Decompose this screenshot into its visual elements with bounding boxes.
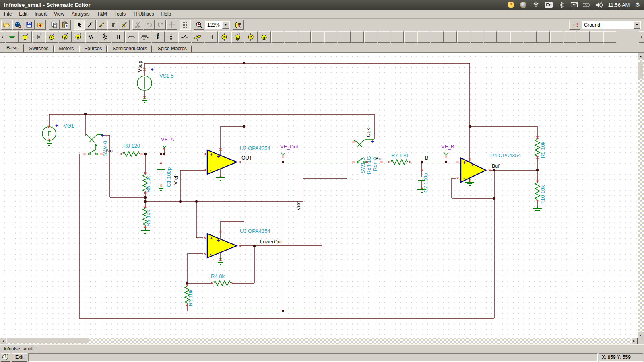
zoom-select-arrow-icon[interactable]: ▼ <box>222 21 229 29</box>
schematic-canvas[interactable]: ++++++-++-++-VS1 5VG1R8 120R5 10kR6 10kC… <box>0 52 644 338</box>
schematic-svg[interactable]: ++++++-++-++-VS1 5VG1R8 120R5 10kR6 10kC… <box>0 53 638 338</box>
palette-is-icon[interactable]: IS <box>245 31 258 43</box>
palette-inductor-core-icon[interactable] <box>138 31 151 43</box>
schematic-label[interactable]: Ain <box>105 148 113 154</box>
schematic-label[interactable]: Buf <box>492 163 500 169</box>
schematic-label[interactable]: VG1 <box>64 123 74 129</box>
scroll-down-icon[interactable]: ▼ <box>638 332 644 338</box>
component-R4[interactable] <box>214 281 231 286</box>
horizontal-scroll-thumb[interactable] <box>6 338 89 343</box>
paste-button[interactable] <box>60 20 71 30</box>
mail-icon[interactable] <box>570 1 578 8</box>
schematic-label[interactable]: U4 OPA4354 <box>490 152 521 158</box>
schematic-label[interactable]: VF_Out <box>280 144 298 150</box>
component-SW4[interactable]: + <box>86 132 104 155</box>
schematic-label[interactable]: R10 10k <box>540 185 546 205</box>
menu-help[interactable]: Help <box>158 10 175 18</box>
cursor-tool-button[interactable] <box>74 20 85 30</box>
tab-meters[interactable]: Meters <box>54 45 79 52</box>
component-U2[interactable]: ++- <box>207 150 237 174</box>
palette-ground-icon[interactable] <box>6 31 19 43</box>
component-R7[interactable] <box>391 160 408 165</box>
schematic-label[interactable]: C2 100p <box>423 173 429 193</box>
tab-sources[interactable]: Sources <box>79 45 107 52</box>
component-values-button[interactable]: 1K <box>233 20 244 30</box>
palette-voltage-source-icon[interactable]: + <box>19 31 32 43</box>
palette-is-plus-icon[interactable]: IS+ <box>258 31 271 43</box>
schematic-label[interactable]: VF_A <box>161 136 174 142</box>
schematic-label[interactable]: R3 10k <box>188 289 194 306</box>
menu-file[interactable]: File <box>2 10 15 18</box>
scroll-up-icon[interactable]: ▲ <box>638 53 644 59</box>
document-tab-infnoise-small[interactable]: infnoise_small <box>0 345 37 352</box>
palette-ic-icon[interactable]: IC <box>218 31 231 43</box>
clock[interactable]: 11:56 AM <box>608 2 630 8</box>
palette-inductor-icon[interactable] <box>125 31 138 43</box>
menu-tools[interactable]: Tools <box>111 10 129 18</box>
session-gear-icon[interactable]: ⚙ <box>635 2 640 8</box>
open-file-button[interactable] <box>1 20 12 30</box>
component-R10[interactable] <box>535 183 540 200</box>
schematic-label[interactable]: OUT <box>242 155 252 161</box>
palette-voltage-generator-icon[interactable]: + <box>45 31 58 43</box>
menu-view[interactable]: View <box>50 10 68 18</box>
schematic-label[interactable]: B <box>425 155 428 161</box>
ground-symbol[interactable] <box>533 206 542 212</box>
tab-switches[interactable]: Switches <box>25 45 54 52</box>
schematic-label[interactable]: R9 10k <box>540 141 546 158</box>
open-folder-button[interactable] <box>35 20 46 30</box>
ground-symbol[interactable] <box>141 228 150 234</box>
schematic-label[interactable]: Vref <box>173 175 179 185</box>
schematic-label[interactable]: Vsup <box>137 60 143 72</box>
horizontal-scrollbar[interactable]: ◀ ▶ <box>0 338 644 344</box>
wifi-icon[interactable] <box>532 1 539 8</box>
zoom-level-select[interactable]: 123% ▼ <box>205 21 230 29</box>
schematic-label[interactable]: R4 8k <box>211 273 225 279</box>
menu-ti-utilities[interactable]: TI Utilities <box>129 10 158 18</box>
wire-edit-tool-button[interactable] <box>119 20 130 30</box>
component-R9[interactable] <box>535 139 540 156</box>
palette-battery-icon[interactable]: + <box>32 31 45 43</box>
io-state-button[interactable]: ☞ <box>569 20 580 30</box>
component-C1[interactable] <box>157 170 165 173</box>
menu-t-m[interactable]: T&M <box>93 10 111 18</box>
ground-select-arrow-icon[interactable]: ▼ <box>634 21 640 29</box>
vertical-scrollbar[interactable]: ▲ ▼ <box>638 53 644 338</box>
pencil-tool-button[interactable] <box>96 20 107 30</box>
keyboard-layout-indicator[interactable]: En <box>545 2 553 8</box>
tab-spice-macros[interactable]: Spice Macros <box>153 45 192 52</box>
exit-button[interactable]: Exit <box>12 353 27 362</box>
ground-node-select[interactable]: Ground ▼ <box>582 21 641 29</box>
text-tool-button[interactable]: T <box>107 20 118 30</box>
scroll-left-icon[interactable]: ◀ <box>0 338 6 344</box>
bluetooth-icon[interactable] <box>558 1 565 8</box>
search-library-button[interactable] <box>12 20 23 30</box>
palette-voltmeter-icon[interactable]: V+ <box>59 31 72 43</box>
component-pin-tool-button[interactable] <box>85 20 96 30</box>
schematic-label[interactable]: VS1 5 <box>159 73 173 79</box>
schematic-label[interactable]: Bin <box>375 156 382 162</box>
schematic-label[interactable]: U3 OPA4354 <box>240 228 270 234</box>
schematic-label[interactable]: R5 10k <box>145 176 151 193</box>
schematic-label[interactable]: U2 OPA4354 <box>240 145 270 151</box>
schematic-label[interactable]: R8 120 <box>123 143 140 149</box>
palette-potentiometer-icon[interactable] <box>99 31 111 43</box>
palette-switch-icon[interactable] <box>178 31 191 43</box>
component-VG1[interactable]: + <box>42 123 58 140</box>
palette-controlled-switch-icon[interactable] <box>192 31 204 43</box>
grid-toggle-button[interactable] <box>180 20 191 30</box>
tab-semiconductors[interactable]: Semiconductors <box>107 45 152 52</box>
schematic-label[interactable]: CLK <box>366 127 372 137</box>
palette-ammeter-icon[interactable]: A+ <box>72 31 85 43</box>
palette-terminator-icon[interactable] <box>205 31 218 43</box>
tm-mode-button[interactable] <box>1 353 10 362</box>
schematic-label[interactable]: VF_B <box>441 144 454 150</box>
tab-basic[interactable]: Basic <box>2 43 24 52</box>
palette-transformer-icon[interactable]: M <box>152 31 165 43</box>
messaging-indicator-icon[interactable] <box>507 1 514 8</box>
menu-edit[interactable]: Edit <box>15 10 31 18</box>
menu-analysis[interactable]: Analysis <box>68 10 93 18</box>
component-U4[interactable]: ++- <box>461 158 486 182</box>
vertical-scroll-thumb[interactable] <box>638 62 643 79</box>
zoom-tool-button[interactable] <box>194 20 204 30</box>
